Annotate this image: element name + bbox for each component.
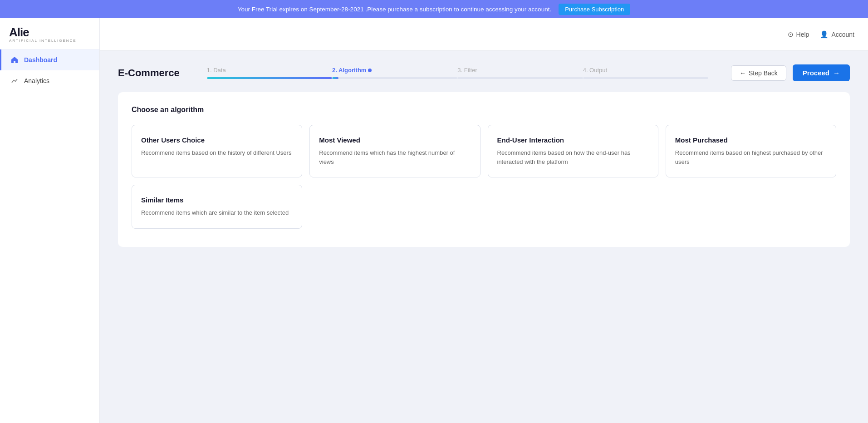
algo-card-most-purchased-title: Most Purchased	[675, 136, 827, 144]
purchase-subscription-button[interactable]: Purchase Subscription	[559, 4, 630, 15]
step-back-button[interactable]: ← Step Back	[731, 65, 786, 81]
trial-banner: Your Free Trial expires on September-28-…	[0, 0, 868, 18]
header-bar: ⊙ Help 👤 Account	[100, 18, 868, 51]
main-content: ⊙ Help 👤 Account E-Commerce 1. Data	[100, 18, 868, 423]
step-algorithm-dot	[368, 69, 372, 72]
algorithm-grid-row2: Similar Items Recommend items which are …	[132, 185, 836, 229]
algo-card-similar-items-desc: Recommend items which are similar to the…	[141, 208, 293, 217]
algo-card-other-users-choice[interactable]: Other Users Choice Recommend items based…	[132, 125, 302, 177]
account-link[interactable]: 👤 Account	[820, 30, 854, 39]
logo-name: Alie	[9, 26, 90, 38]
step-algorithm-fill	[332, 77, 338, 79]
step-data-fill	[207, 77, 332, 79]
step-output: 4. Output	[583, 67, 708, 79]
account-label: Account	[831, 31, 854, 38]
algo-card-most-viewed-desc: Recommend items which has the highest nu…	[319, 148, 471, 166]
step-filter-bar	[457, 77, 583, 79]
step-data-label: 1. Data	[207, 67, 226, 74]
step-algorithm-bar	[332, 77, 457, 79]
algorithm-card-area: Choose an algorithm Other Users Choice R…	[118, 92, 850, 247]
help-label: Help	[796, 31, 809, 38]
algo-card-most-viewed-title: Most Viewed	[319, 136, 471, 144]
sidebar: Alie ARTIFICIAL INTELLIGENCE Dashboard A…	[0, 18, 100, 423]
step-filter-label: 3. Filter	[457, 67, 477, 74]
banner-message: Your Free Trial expires on September-28-…	[238, 6, 551, 13]
sidebar-item-dashboard[interactable]: Dashboard	[0, 49, 99, 70]
algo-card-end-user-interaction-desc: Recommend items based on how the end-use…	[497, 148, 649, 166]
step-output-bar	[583, 77, 708, 79]
sidebar-analytics-label: Analytics	[24, 77, 49, 84]
algo-card-other-users-choice-title: Other Users Choice	[141, 136, 293, 144]
algo-card-most-viewed[interactable]: Most Viewed Recommend items which has th…	[309, 125, 480, 177]
proceed-button[interactable]: Proceed →	[793, 64, 850, 81]
sidebar-dashboard-label: Dashboard	[24, 56, 57, 64]
step-algorithm-label: 2. Algorithm	[332, 67, 372, 74]
arrow-right-icon: →	[833, 69, 840, 77]
algo-card-similar-items[interactable]: Similar Items Recommend items which are …	[132, 185, 302, 229]
stepper: 1. Data 2. Algorithm	[207, 67, 708, 79]
arrow-left-icon: ←	[740, 69, 746, 77]
step-output-label: 4. Output	[583, 67, 607, 74]
home-icon	[10, 56, 19, 64]
help-link[interactable]: ⊙ Help	[788, 30, 809, 39]
algo-card-most-purchased[interactable]: Most Purchased Recommend items based on …	[666, 125, 836, 177]
algo-card-end-user-interaction[interactable]: End-User Interaction Recommend items bas…	[488, 125, 658, 177]
chart-icon	[10, 77, 19, 85]
choose-algorithm-title: Choose an algorithm	[132, 106, 836, 114]
sidebar-item-analytics[interactable]: Analytics	[0, 70, 99, 91]
step-algorithm: 2. Algorithm	[332, 67, 457, 79]
algo-card-other-users-choice-desc: Recommend items based on the history of …	[141, 148, 293, 157]
help-icon: ⊙	[788, 30, 794, 39]
account-icon: 👤	[820, 30, 829, 39]
page-title: E-Commerce	[118, 67, 180, 79]
step-data-bar	[207, 77, 332, 79]
step-filter: 3. Filter	[457, 67, 583, 79]
step-data: 1. Data	[207, 67, 332, 79]
logo-sub: ARTIFICIAL INTELLIGENCE	[9, 39, 90, 43]
algo-card-end-user-interaction-title: End-User Interaction	[497, 136, 649, 144]
algo-card-most-purchased-desc: Recommend items based on highest purchas…	[675, 148, 827, 166]
algo-card-similar-items-title: Similar Items	[141, 196, 293, 204]
content-area: E-Commerce 1. Data 2. Algorithm	[100, 51, 868, 423]
page-header-actions: ← Step Back Proceed →	[731, 64, 850, 81]
algorithm-grid-row1: Other Users Choice Recommend items based…	[132, 125, 836, 177]
page-header: E-Commerce 1. Data 2. Algorithm	[118, 64, 850, 81]
logo-area: Alie ARTIFICIAL INTELLIGENCE	[0, 18, 99, 49]
